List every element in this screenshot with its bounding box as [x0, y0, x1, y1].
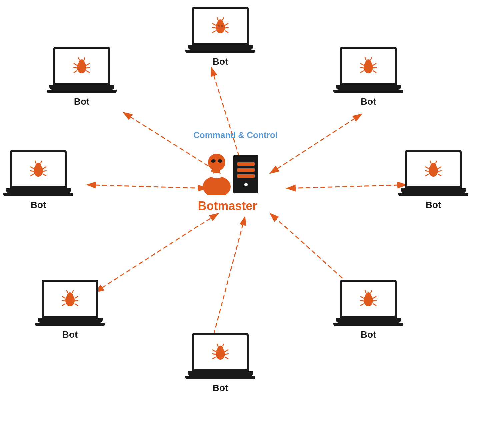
svg-line-49 [373, 304, 376, 306]
svg-line-61 [223, 344, 224, 346]
bot-label: Bot [361, 96, 376, 107]
svg-point-21 [221, 25, 223, 27]
svg-line-45 [360, 300, 364, 301]
bot-bottom: Bot [185, 333, 255, 393]
server-stripe-3 [237, 174, 255, 178]
laptop-screen [12, 152, 65, 186]
bug-icon [211, 16, 230, 36]
bot-bottom-right: Bot [333, 280, 403, 340]
svg-line-39 [438, 174, 441, 176]
svg-point-9 [211, 173, 222, 178]
svg-line-87 [86, 63, 90, 65]
svg-line-68 [75, 300, 78, 301]
server-stripe-2 [237, 168, 255, 172]
svg-line-34 [425, 167, 429, 169]
svg-line-66 [62, 304, 65, 306]
svg-line-64 [62, 296, 65, 298]
svg-line-81 [41, 161, 42, 163]
svg-line-37 [438, 167, 441, 169]
svg-line-89 [86, 71, 90, 73]
laptop-base-bottom [398, 193, 468, 196]
bot-label: Bot [74, 96, 90, 107]
svg-line-47 [373, 296, 376, 298]
svg-line-31 [371, 57, 372, 60]
svg-line-28 [373, 67, 377, 68]
bug-icon [61, 289, 79, 309]
botmaster-group [197, 152, 258, 195]
laptop-base-bottom [185, 376, 255, 379]
bot-bottom-left: Bot [35, 280, 105, 340]
arrow-bottom [214, 217, 245, 335]
laptop-body [10, 150, 67, 188]
svg-line-90 [78, 57, 79, 60]
svg-line-18 [217, 17, 218, 20]
svg-line-79 [43, 174, 46, 176]
laptop-base [401, 188, 466, 193]
bot-top: Bot [185, 7, 255, 67]
svg-point-83 [79, 59, 85, 66]
server-stripe-1 [237, 162, 255, 166]
svg-point-7 [203, 176, 231, 195]
svg-line-86 [74, 71, 77, 73]
bot-top-right: Bot [333, 47, 403, 107]
bot-label: Bot [426, 200, 441, 210]
svg-line-27 [373, 63, 376, 65]
svg-line-48 [373, 300, 377, 301]
svg-line-88 [86, 67, 90, 68]
svg-line-71 [72, 290, 73, 293]
laptop-base-bottom [333, 323, 403, 326]
svg-point-63 [67, 292, 73, 299]
svg-line-78 [43, 171, 47, 171]
laptop-body [340, 47, 397, 85]
arrow-bottom-right [270, 213, 353, 288]
svg-line-69 [75, 304, 78, 306]
svg-line-54 [212, 350, 216, 352]
svg-line-30 [365, 57, 366, 60]
server-dot [244, 183, 248, 186]
laptop-body [192, 333, 249, 371]
svg-line-38 [438, 171, 442, 171]
svg-point-73 [35, 163, 41, 169]
laptop-screen [342, 282, 395, 316]
svg-line-19 [223, 17, 224, 20]
bot-top-left: Bot [47, 47, 117, 107]
bot-left: Bot [3, 150, 73, 210]
person-icon [197, 152, 237, 195]
svg-point-53 [217, 346, 223, 352]
laptop-screen [342, 49, 395, 83]
svg-line-41 [436, 161, 437, 163]
botmaster-label: Botmaster [198, 199, 257, 213]
svg-line-29 [373, 71, 376, 73]
cc-label: Command & Control [193, 130, 278, 140]
bug-icon [359, 289, 378, 309]
laptop-base-bottom [47, 90, 117, 93]
laptop-body [42, 280, 98, 318]
svg-point-23 [365, 59, 371, 66]
bug-icon [73, 56, 91, 76]
svg-line-51 [371, 290, 372, 293]
laptop-screen [194, 335, 247, 369]
arrow-right [287, 185, 398, 188]
laptop-base-bottom [3, 193, 73, 196]
server-tower [233, 155, 258, 193]
svg-point-20 [218, 25, 220, 27]
svg-line-26 [360, 71, 364, 73]
svg-line-44 [360, 296, 364, 298]
svg-line-76 [30, 174, 34, 176]
arrow-bottom-left [102, 213, 218, 288]
arrow-top-right [270, 118, 355, 173]
svg-line-24 [360, 63, 364, 65]
svg-line-40 [430, 161, 431, 163]
svg-line-58 [225, 354, 229, 354]
svg-line-56 [212, 357, 216, 359]
svg-line-75 [30, 171, 34, 171]
laptop-base-bottom [333, 90, 403, 93]
svg-line-70 [67, 290, 68, 293]
svg-line-60 [217, 344, 218, 346]
bot-right: Bot [398, 150, 468, 210]
svg-line-55 [212, 354, 216, 354]
svg-line-74 [30, 167, 34, 169]
arrow-left [95, 185, 207, 188]
svg-line-35 [425, 171, 429, 171]
laptop-screen [55, 49, 108, 83]
